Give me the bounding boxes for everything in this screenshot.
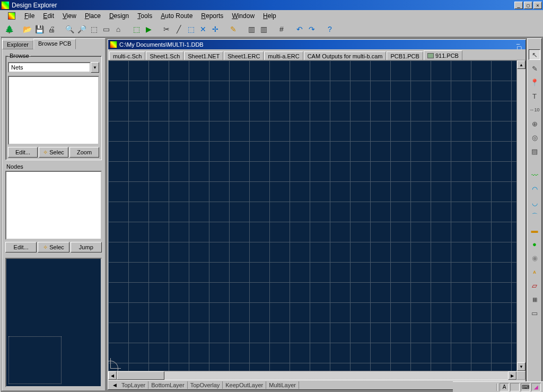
status-ind-blank[interactable]: [510, 383, 520, 391]
doc-tab[interactable]: PCB1.PCB: [387, 51, 423, 60]
doc-minimize-button[interactable]: _: [516, 38, 524, 45]
menu-window[interactable]: Window: [227, 11, 259, 21]
layer-tab[interactable]: KeepOutLayer: [223, 381, 266, 389]
minimize-button[interactable]: _: [514, 2, 523, 9]
doc-tab[interactable]: multi-c.Sch: [109, 51, 145, 60]
browse-combo[interactable]: [8, 62, 91, 73]
browse-combo-drop-icon[interactable]: ▼: [91, 62, 99, 73]
layer-tab[interactable]: BottomLayer: [148, 381, 187, 389]
toolbar-home-icon[interactable]: ⌂: [112, 23, 124, 35]
hscroll-thumb[interactable]: [117, 371, 164, 380]
select-button[interactable]: ✧ Selec: [39, 147, 68, 158]
edit-node-button[interactable]: Edit...: [5, 242, 37, 252]
tool-arc2-icon[interactable]: ◡: [529, 197, 540, 208]
toolbar-line-icon[interactable]: ╱: [173, 23, 185, 35]
toolbar-print-icon[interactable]: 🖨: [46, 23, 57, 35]
doc-tab[interactable]: 911.PCB: [424, 50, 462, 60]
horizontal-scrollbar[interactable]: ◀ ▶: [108, 371, 516, 380]
tool-arc3-icon[interactable]: ⌒: [529, 211, 540, 222]
toolbar-help-icon[interactable]: ?: [324, 23, 336, 35]
layer-tab[interactable]: TopOverlay: [188, 381, 223, 389]
toolbar-tree-icon[interactable]: 🌲: [3, 23, 15, 35]
doc-tab[interactable]: Sheet1.Sch: [146, 51, 183, 60]
toolbar-grid-icon[interactable]: #: [276, 23, 287, 35]
tab-browse-pcb[interactable]: Browse PCB: [33, 39, 76, 49]
tool-origin-icon[interactable]: ⊕: [529, 118, 540, 129]
board-preview[interactable]: [5, 258, 102, 387]
menu-design[interactable]: Design: [105, 11, 133, 21]
toolbar-select-icon[interactable]: ⬚: [130, 23, 142, 35]
vscroll-track[interactable]: [517, 69, 526, 362]
tool-via-icon[interactable]: ◉: [529, 252, 540, 263]
menu-auto-route[interactable]: Auto Route: [156, 11, 197, 21]
tool-fill-icon[interactable]: ▬: [529, 225, 540, 236]
scroll-right-icon[interactable]: ▶: [508, 371, 516, 380]
tool-pin-icon[interactable]: 📍: [529, 77, 540, 88]
toolbar-redo-icon[interactable]: ↷: [306, 23, 318, 35]
doc-tab[interactable]: CAM Outputs for multi-b.cam: [304, 51, 387, 60]
maximize-button[interactable]: ▢: [524, 2, 532, 9]
scroll-left-icon[interactable]: ◀: [108, 371, 117, 380]
doc-tab-label: Sheet1.NET: [188, 53, 220, 59]
toolbar-zoom-in-icon[interactable]: 🔍: [64, 23, 75, 35]
toolbar-open-icon[interactable]: 📂: [21, 23, 33, 35]
zoom-button[interactable]: Zoom: [69, 147, 99, 158]
status-keyboard-icon[interactable]: ⌨: [521, 383, 530, 391]
jump-button[interactable]: Jump: [71, 242, 102, 252]
pcb-canvas[interactable]: [108, 60, 516, 371]
nets-listbox[interactable]: [8, 76, 99, 145]
layer-tab[interactable]: TopLayer: [119, 381, 148, 389]
menu-place[interactable]: Place: [81, 11, 105, 21]
toolbar-deselect-icon[interactable]: ✕: [197, 23, 209, 35]
doc-tab[interactable]: Sheet1.ERC: [224, 51, 264, 60]
scroll-up-icon[interactable]: ▲: [517, 60, 526, 69]
menu-edit[interactable]: Edit: [39, 11, 58, 21]
tab-explorer[interactable]: Explorer: [2, 40, 33, 49]
menu-reports[interactable]: Reports: [197, 11, 227, 21]
menu-view[interactable]: View: [58, 11, 81, 21]
doc-tab[interactable]: Sheet1.NET: [184, 51, 223, 60]
menu-help[interactable]: Help: [259, 11, 281, 21]
nodes-listbox[interactable]: [5, 171, 102, 240]
select-node-button[interactable]: ✧ Selec: [38, 242, 69, 252]
status-eraser-icon[interactable]: ◢: [531, 383, 541, 391]
toolbar-run-icon[interactable]: ▶: [143, 23, 154, 35]
toolbar-undo-icon[interactable]: ↶: [294, 23, 305, 35]
tool-text-icon[interactable]: T: [529, 91, 540, 101]
toolbar-zoom-area-icon[interactable]: ⬚: [88, 23, 100, 35]
toolbar-book2-icon[interactable]: ▥: [258, 23, 269, 35]
toolbar-book1-icon[interactable]: ▥: [246, 23, 257, 35]
toolbar-rect-select-icon[interactable]: ⬚: [185, 23, 197, 35]
toolbar-save-icon[interactable]: 💾: [33, 23, 45, 35]
tool-poly-icon[interactable]: ▱: [529, 280, 540, 291]
layer-tab[interactable]: MultiLayer: [266, 381, 299, 389]
tool-hatch-icon[interactable]: ▨: [529, 146, 540, 156]
toolbar-zoom-out-icon[interactable]: 🔎: [76, 23, 87, 35]
tool-arrow-icon[interactable]: ↖: [529, 49, 540, 60]
status-ind-a[interactable]: A: [500, 383, 509, 391]
vertical-scrollbar[interactable]: ▲ ▼: [516, 60, 526, 371]
toolbar-cut-icon[interactable]: ✂: [161, 23, 172, 35]
tool-string-icon[interactable]: ᴀ: [529, 266, 540, 277]
tool-array-icon[interactable]: ▦: [529, 294, 540, 304]
hscroll-track[interactable]: [117, 371, 508, 380]
toolbar-move-icon[interactable]: ✢: [209, 23, 221, 35]
toolbar-highlight-icon[interactable]: ✎: [227, 23, 239, 35]
menu-file[interactable]: File: [20, 11, 39, 21]
tool-component-icon[interactable]: ▭: [529, 308, 540, 318]
scroll-down-icon[interactable]: ▼: [517, 362, 526, 371]
tool-track-icon[interactable]: 〰: [529, 170, 540, 180]
tool-pad-icon[interactable]: ●: [529, 239, 540, 249]
doc-icon: [110, 41, 117, 48]
doc-tab[interactable]: multi-a.ERC: [264, 51, 303, 60]
layer-nav-left-icon[interactable]: ◀: [110, 382, 119, 388]
toolbar-fit-icon[interactable]: ▭: [100, 23, 112, 35]
tool-dimension-icon[interactable]: ↔10: [529, 104, 540, 115]
menu-tools[interactable]: Tools: [133, 11, 156, 21]
close-button[interactable]: ✕: [533, 2, 542, 9]
tool-target-icon[interactable]: ◎: [529, 132, 540, 143]
doc-tab-label: multi-c.Sch: [113, 53, 142, 59]
tool-arc1-icon[interactable]: ◠: [529, 184, 540, 194]
tool-pencil-icon[interactable]: ✎: [529, 63, 540, 74]
edit-button[interactable]: Edit...: [8, 147, 38, 158]
